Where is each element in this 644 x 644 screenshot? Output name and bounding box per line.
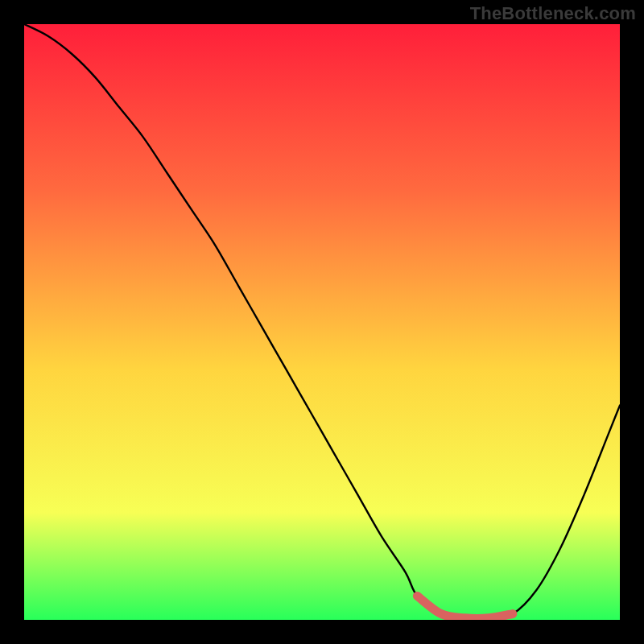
bottleneck-chart [24, 24, 620, 620]
chart-frame: TheBottleneck.com [0, 0, 644, 644]
gradient-background [24, 24, 620, 620]
watermark-text: TheBottleneck.com [470, 3, 636, 24]
